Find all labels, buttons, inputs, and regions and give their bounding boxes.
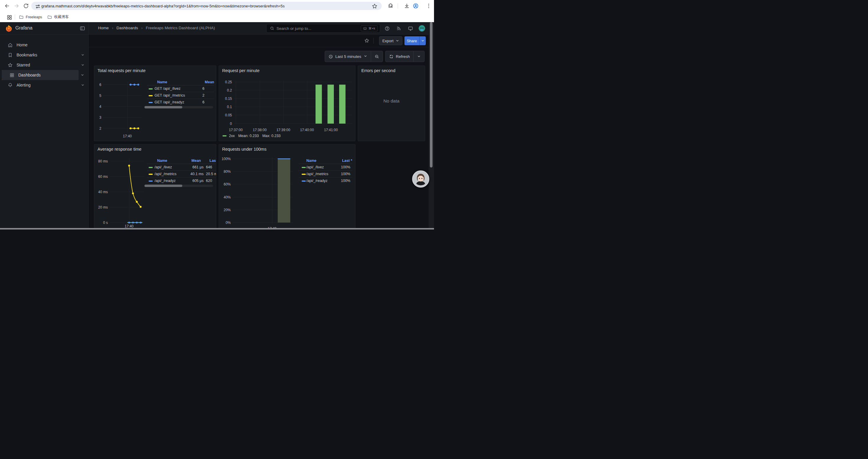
forward-icon[interactable] [13,3,20,9]
svg-text:0%: 0% [226,221,231,225]
kiosk-monitor-icon[interactable] [408,26,413,31]
legend-row[interactable]: /api/_/livez 100% [299,164,352,171]
svg-text:17:41:00: 17:41:00 [324,128,338,132]
address-bar[interactable]: grafana.mathmast.com/d/deytv4rwavabkb/fr… [31,2,382,10]
zoom-out-button[interactable] [371,51,382,62]
search-shortcut-badge: ⌘+k [361,25,378,31]
grafana-header-brand-section: Grafana [0,22,89,35]
share-button[interactable]: Share [404,36,419,45]
legend-row[interactable]: /api/_/metrics 100% [299,171,352,177]
user-avatar[interactable] [418,25,425,32]
bar-under-100ms [278,159,290,223]
sidebar-item-dashboards[interactable]: Dashboards [2,70,79,80]
panel-request-per-minute[interactable]: Request per minute 0.25 0.2 0.15 0.1 0.0… [219,66,355,141]
series-name[interactable]: /api/_/metrics [306,172,328,176]
export-button[interactable]: Export [379,36,402,45]
legend-row[interactable]: /api/_/metrics 40.1 ms 20.5 ms [147,171,216,177]
bar-2xx [315,85,322,124]
legend-row[interactable]: /api/_/readyz 100% [299,177,352,184]
panel-legend: 2xx Mean: 0.233 Max: 0.233 [222,134,281,138]
bookmark-folder-freeleaps[interactable]: Freeleaps [19,14,42,20]
legend-header-name[interactable]: Name [155,80,189,84]
legend-row[interactable]: GET /api/_/metrics 2 [147,92,214,99]
series-last: 100% [341,165,350,169]
url-text[interactable]: grafana.mathmast.com/d/deytv4rwavabkb/fr… [41,4,284,8]
sidebar-item-bookmarks[interactable]: Bookmarks [0,50,89,60]
series-name[interactable]: /api/_/readyz [306,179,328,183]
search-input[interactable]: Search or jump to... ⌘+k [266,24,380,33]
legend-table: Name Mean Last * /api/_/livez 661 µs 646… [147,157,216,184]
sidebar-item-starred[interactable]: Starred [0,60,89,70]
series-max: Max: 0.233 [262,134,281,138]
browser-window: grafana.mathmast.com/d/deytv4rwavabkb/fr… [0,0,434,230]
grafana-header: Grafana Home › Dashboards › Freeleaps Me… [0,22,434,35]
share-dropdown-button[interactable] [419,36,426,45]
favorite-star-icon[interactable] [364,38,370,43]
news-rss-icon[interactable] [396,26,401,31]
extensions-icon[interactable] [388,3,394,9]
time-range-picker[interactable]: Last 5 minutes [325,51,371,62]
back-icon[interactable] [4,3,10,9]
sidebar-item-home[interactable]: Home [0,40,89,50]
chevron-down-icon[interactable] [81,73,84,77]
series-name[interactable]: /api/_/livez [155,165,172,169]
svg-text:60%: 60% [224,182,231,186]
horizontal-scrollbar[interactable] [0,228,434,230]
legend-header-mean[interactable]: Mean [181,159,201,163]
bookmark-folder-blogs[interactable]: 收藏博客 [47,14,69,20]
series-name[interactable]: /api/_/livez [306,165,324,169]
help-icon[interactable] [385,26,390,31]
profile-icon[interactable] [413,3,418,9]
panel-avg-response-time[interactable]: Average response time 80 ms 60 ms 40 ms … [94,144,216,230]
legend-row[interactable]: /api/_/livez 661 µs 646 [147,164,216,171]
chevron-down-icon[interactable] [81,83,85,87]
series-name[interactable]: GET /api/_/livez [155,87,181,91]
legend-header-mean[interactable]: Mean [189,80,214,84]
bookmark-star-icon[interactable] [372,3,377,8]
download-icon[interactable] [404,3,410,9]
series-metrics-line [129,166,141,207]
panel-requests-under-100ms[interactable]: Requests under 100ms 100% 80% 60% 40% 20… [219,144,355,230]
legend-header-name[interactable]: Name [155,159,181,163]
assistant-avatar[interactable] [412,170,429,188]
toolbar-divider [398,3,398,8]
refresh-button[interactable]: Refresh [385,51,413,62]
panel-errors-per-second[interactable]: Errors per second No data [358,66,425,141]
mega-menu-dock-icon[interactable] [80,26,85,31]
sidebar-item-label: Alerting [17,83,30,88]
bookmark-folder-label: Freeleaps [26,15,42,19]
refresh-interval-dropdown[interactable] [413,51,424,62]
series-last: 20.5 ms [206,172,216,176]
chevron-down-icon[interactable] [81,63,85,67]
legend-header-last[interactable]: Last * [210,159,216,163]
series-name[interactable]: /api/_/readyz [155,179,176,183]
vertical-scrollbar-thumb[interactable] [430,22,433,167]
chevron-down-icon[interactable] [81,53,85,57]
series-name[interactable]: 2xx [229,134,235,138]
svg-text:17:38:00: 17:38:00 [253,128,267,132]
legend-scrollbar[interactable] [145,106,213,108]
svg-text:80 ms: 80 ms [98,159,108,163]
menu-dots-icon[interactable] [426,3,432,9]
legend-header-last[interactable]: Last * [335,159,352,163]
legend-scrollbar[interactable] [145,185,213,187]
series-mean: 605 µs [178,179,204,183]
series-name[interactable]: /api/_/metrics [155,172,176,176]
sidebar-item-alerting[interactable]: Alerting [0,80,89,90]
apps-grid-icon[interactable] [6,14,11,20]
grafana-logo[interactable] [5,25,13,32]
site-settings-icon[interactable] [35,4,39,8]
breadcrumb-dashboards[interactable]: Dashboards [116,26,138,30]
legend-row[interactable]: GET /api/_/livez 6 [147,85,214,92]
bookmark-folder-label: 收藏博客 [54,14,69,20]
legend-header-name[interactable]: Name [306,159,335,163]
star-icon [8,63,13,68]
legend-row[interactable]: GET /api/_/readyz 6 [147,99,214,106]
legend-row[interactable]: /api/_/readyz 605 µs 620 [147,177,216,184]
reload-icon[interactable] [23,3,29,9]
series-last: 646 [206,165,212,169]
series-last: 100% [341,172,350,176]
panel-total-requests[interactable]: Total requests per minute 6 5 4 3 2 17:4… [94,66,216,141]
svg-text:0.1: 0.1 [227,105,232,109]
breadcrumb-home[interactable]: Home [98,26,109,30]
